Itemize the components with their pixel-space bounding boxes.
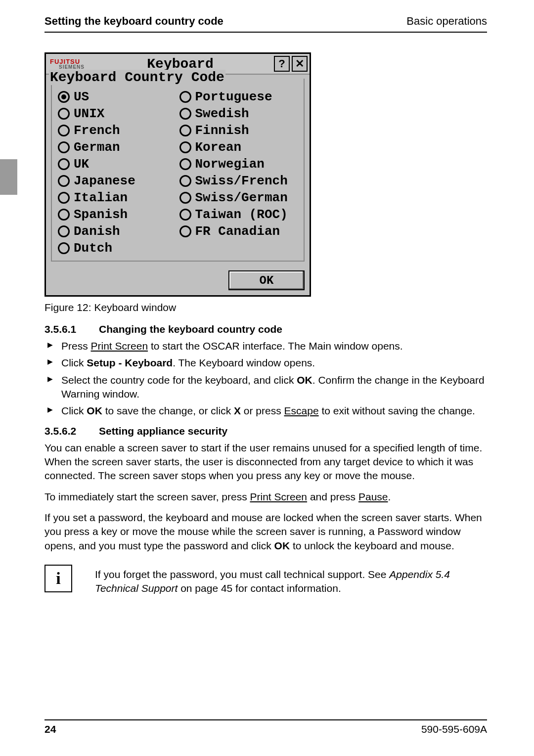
radio-danish[interactable]: Danish xyxy=(58,223,179,240)
radio-label: Italian xyxy=(74,190,128,205)
ok-button[interactable]: OK xyxy=(228,270,305,290)
radio-spanish[interactable]: Spanish xyxy=(58,206,179,223)
header-left: Setting the keyboard country code xyxy=(44,15,223,28)
radio-indicator xyxy=(58,225,70,237)
radio-column-2: PortugueseSwedishFinnishKoreanNorwegianS… xyxy=(179,89,301,257)
help-button[interactable]: ? xyxy=(274,56,290,72)
radio-indicator xyxy=(58,108,70,120)
radio-indicator xyxy=(58,242,70,254)
step-1: Press Print Screen to start the OSCAR in… xyxy=(44,339,487,353)
radio-label: Korean xyxy=(195,140,242,155)
radio-german[interactable]: German xyxy=(58,139,179,156)
radio-indicator xyxy=(58,91,70,103)
section1-steps: Press Print Screen to start the OSCAR in… xyxy=(44,339,487,418)
radio-dutch[interactable]: Dutch xyxy=(58,240,179,257)
radio-label: Taiwan (ROC) xyxy=(195,207,288,222)
radio-column-1: USUNIXFrenchGermanUKJapaneseItalianSpani… xyxy=(58,89,179,257)
radio-indicator xyxy=(179,192,191,204)
radio-label: Norwegian xyxy=(195,157,265,172)
side-tab xyxy=(0,159,17,195)
radio-italian[interactable]: Italian xyxy=(58,189,179,206)
radio-portuguese[interactable]: Portuguese xyxy=(179,89,301,105)
radio-swiss-german[interactable]: Swiss/German xyxy=(179,189,301,206)
page-header: Setting the keyboard country code Basic … xyxy=(44,15,487,33)
step-4: Click OK to save the change, or click X … xyxy=(44,404,487,418)
radio-indicator xyxy=(58,209,70,221)
radio-norwegian[interactable]: Norwegian xyxy=(179,156,301,173)
radio-japanese[interactable]: Japanese xyxy=(58,173,179,189)
radio-korean[interactable]: Korean xyxy=(179,139,301,156)
radio-label: Swiss/German xyxy=(195,190,288,205)
close-button[interactable]: ✕ xyxy=(292,56,308,72)
section2-p3: If you set a password, the keyboard and … xyxy=(44,511,487,553)
radio-indicator xyxy=(179,225,191,237)
radio-label: Swiss/French xyxy=(195,174,288,188)
radio-label: Swedish xyxy=(195,106,249,121)
radio-swedish[interactable]: Swedish xyxy=(179,105,301,122)
section2-p1: You can enable a screen saver to start i… xyxy=(44,441,487,483)
radio-french[interactable]: French xyxy=(58,122,179,139)
info-note: i If you forget the password, you must c… xyxy=(44,565,487,596)
radio-label: German xyxy=(74,140,120,155)
country-code-group: Keyboard Country Code USUNIXFrenchGerman… xyxy=(51,79,305,262)
radio-indicator xyxy=(179,141,191,153)
radio-label: FR Canadian xyxy=(195,224,280,239)
radio-label: French xyxy=(74,123,120,138)
group-label: Keyboard Country Code xyxy=(49,70,225,85)
header-right: Basic operations xyxy=(406,15,487,28)
step-3: Select the country code for the keyboard… xyxy=(44,373,487,401)
radio-finnish[interactable]: Finnish xyxy=(179,122,301,139)
page-number: 24 xyxy=(44,723,56,735)
radio-indicator xyxy=(179,175,191,187)
radio-unix[interactable]: UNIX xyxy=(58,105,179,122)
radio-label: Danish xyxy=(74,224,120,239)
radio-label: Spanish xyxy=(74,207,128,222)
radio-indicator xyxy=(179,209,191,221)
radio-label: US xyxy=(74,89,89,104)
section-3-5-6-2-head: 3.5.6.2Setting appliance security xyxy=(44,425,487,437)
fujitsu-siemens-logo: FUJITSU SIEMENS xyxy=(50,58,85,70)
radio-label: UNIX xyxy=(74,106,104,121)
radio-label: Finnish xyxy=(195,123,249,138)
info-icon: i xyxy=(44,565,72,592)
doc-number: 590-595-609A xyxy=(421,723,487,735)
radio-fr-canadian[interactable]: FR Canadian xyxy=(179,223,301,240)
section2-p2: To immediately start the screen saver, p… xyxy=(44,490,487,504)
figure-caption: Figure 12: Keyboard window xyxy=(44,302,487,313)
window-title: Keyboard xyxy=(89,56,272,72)
radio-uk[interactable]: UK xyxy=(58,156,179,173)
note-text: If you forget the password, you must cal… xyxy=(95,565,487,596)
keyboard-window: FUJITSU SIEMENS Keyboard ? ✕ Keyboard Co… xyxy=(44,52,311,297)
radio-indicator xyxy=(179,108,191,120)
radio-label: UK xyxy=(74,157,89,172)
radio-label: Japanese xyxy=(74,174,135,188)
radio-taiwan-roc-[interactable]: Taiwan (ROC) xyxy=(179,206,301,223)
radio-indicator xyxy=(179,125,191,136)
radio-indicator xyxy=(179,158,191,170)
radio-indicator xyxy=(58,158,70,170)
radio-swiss-french[interactable]: Swiss/French xyxy=(179,173,301,189)
radio-label: Portuguese xyxy=(195,89,272,104)
radio-us[interactable]: US xyxy=(58,89,179,105)
radio-label: Dutch xyxy=(74,241,112,256)
step-2: Click Setup - Keyboard. The Keyboard win… xyxy=(44,356,487,370)
section-3-5-6-1-head: 3.5.6.1Changing the keyboard country cod… xyxy=(44,323,487,335)
radio-indicator xyxy=(58,125,70,136)
radio-indicator xyxy=(58,175,70,187)
page-footer: 24 590-595-609A xyxy=(44,719,487,735)
radio-indicator xyxy=(58,192,70,204)
radio-indicator xyxy=(179,91,191,103)
radio-indicator xyxy=(58,141,70,153)
